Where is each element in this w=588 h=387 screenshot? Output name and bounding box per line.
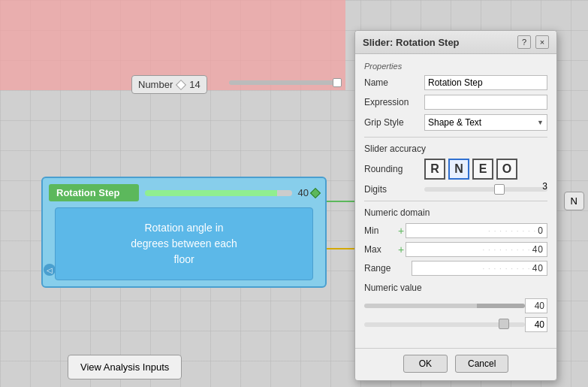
numeric-value-section: Numeric value 40 40: [364, 283, 547, 333]
slider-dialog: Slider: Rotation Step ? × Properties Nam…: [354, 30, 557, 381]
min-row: Min + · · · · · · · · · 0: [364, 222, 547, 239]
rounding-row: Rounding R N E O: [364, 159, 547, 180]
rounding-N[interactable]: N: [448, 159, 469, 180]
ok-button[interactable]: OK: [403, 355, 448, 373]
expression-row: Expression: [364, 95, 547, 110]
connector-right-bottom: [327, 248, 357, 249]
digits-slider[interactable]: 3: [424, 187, 547, 192]
name-input[interactable]: [424, 75, 547, 90]
grip-style-row: Grip Style Shape & Text ▼: [364, 114, 547, 131]
min-plus: +: [398, 225, 404, 237]
divider-1: [364, 137, 547, 138]
rounding-R[interactable]: R: [424, 159, 445, 180]
grip-style-label: Grip Style: [364, 117, 424, 128]
range-label: Range: [364, 263, 398, 274]
max-label: Max: [364, 244, 398, 255]
numeric-value-header: Numeric value: [364, 283, 547, 293]
max-row: Max + · · · · · · · · · 40: [364, 241, 547, 258]
expression-label: Expression: [364, 97, 424, 107]
expression-input[interactable]: [424, 95, 547, 110]
numval-slider2-container: [364, 322, 525, 327]
rotation-step-slider[interactable]: [145, 190, 292, 196]
dialog-controls: ? ×: [517, 35, 549, 49]
numeric-domain-section: Numeric domain Min + · · · · · · · · · 0…: [364, 207, 547, 277]
numval-value2: 40: [525, 317, 547, 332]
numval-value1: 40: [525, 298, 547, 313]
dialog-title: Slider: Rotation Step: [363, 37, 460, 48]
rounding-E[interactable]: E: [472, 159, 493, 180]
rotation-step-value: 40: [298, 187, 309, 198]
range-dot-pattern: · · · · · · · · ·: [482, 265, 530, 273]
dialog-close-button[interactable]: ×: [535, 35, 549, 49]
slider-accuracy-header: Slider accuracy: [364, 144, 547, 154]
digits-row: Digits 3: [364, 184, 547, 195]
numval-slider1-container: [364, 304, 525, 308]
range-row: Range · · · · · · · · · 40: [364, 260, 547, 277]
numval-slider2[interactable]: [364, 322, 525, 327]
numval-row1: 40: [364, 298, 547, 314]
min-label: Min: [364, 225, 398, 236]
max-dot-pattern: · · · · · · · · ·: [482, 246, 530, 254]
dialog-body: Properties Name Expression Grip Style Sh…: [355, 54, 556, 348]
rounding-icons: R N E O: [424, 159, 547, 180]
numeric-domain-header: Numeric domain: [364, 207, 547, 218]
number-value: 14: [189, 79, 200, 90]
min-value: 0: [538, 225, 544, 236]
n-node: N: [564, 192, 584, 210]
n-label: N: [571, 195, 577, 207]
digits-label: Digits: [364, 184, 424, 195]
rotation-step-node: Rotation Step 40 Rotation angle indegree…: [41, 177, 327, 288]
name-row: Name: [364, 75, 547, 90]
digits-slider-handle[interactable]: [494, 184, 505, 195]
dialog-footer: OK Cancel: [355, 348, 556, 380]
number-slider[interactable]: [229, 80, 342, 85]
digits-value: 3: [542, 181, 547, 192]
rotation-left-arrow[interactable]: ◁: [44, 264, 56, 276]
max-dots[interactable]: · · · · · · · · · 40: [406, 242, 547, 257]
number-label: Number: [138, 79, 173, 90]
digits-slider-container: 3: [424, 187, 547, 192]
numval-slider1[interactable]: [364, 304, 525, 308]
rounding-label: Rounding: [364, 164, 424, 174]
rotation-step-label: Rotation Step: [49, 184, 139, 201]
min-dot-pattern: · · · · · · · · ·: [488, 227, 536, 235]
max-plus: +: [398, 243, 404, 255]
properties-header: Properties: [364, 62, 547, 71]
cancel-button[interactable]: Cancel: [455, 355, 508, 373]
range-value: 40: [532, 263, 544, 274]
view-analysis-button[interactable]: View Analysis Inputs: [68, 355, 182, 379]
number-diamond: [176, 79, 186, 89]
numval-slider2-handle[interactable]: [499, 319, 509, 329]
rotation-step-header: Rotation Step 40: [49, 184, 319, 201]
max-value: 40: [532, 244, 544, 255]
rotation-description: Rotation angle indegrees between eachflo…: [55, 207, 313, 280]
range-dots: · · · · · · · · · 40: [412, 261, 547, 276]
grip-style-select[interactable]: Shape & Text ▼: [424, 114, 547, 131]
divider-2: [364, 201, 547, 201]
min-dots[interactable]: · · · · · · · · · 0: [406, 223, 547, 238]
number-slider-handle[interactable]: [333, 78, 342, 87]
number-node: Number 14: [131, 75, 207, 94]
rotation-step-diamond: [310, 187, 321, 198]
name-label: Name: [364, 77, 424, 88]
rounding-O[interactable]: O: [496, 159, 517, 180]
grip-style-arrow: ▼: [537, 119, 544, 126]
dialog-titlebar: Slider: Rotation Step ? ×: [355, 31, 556, 54]
dialog-help-button[interactable]: ?: [517, 35, 531, 49]
connector-right-top: [327, 201, 357, 202]
grip-style-value: Shape & Text: [428, 117, 481, 128]
numval-row2: 40: [364, 316, 547, 333]
